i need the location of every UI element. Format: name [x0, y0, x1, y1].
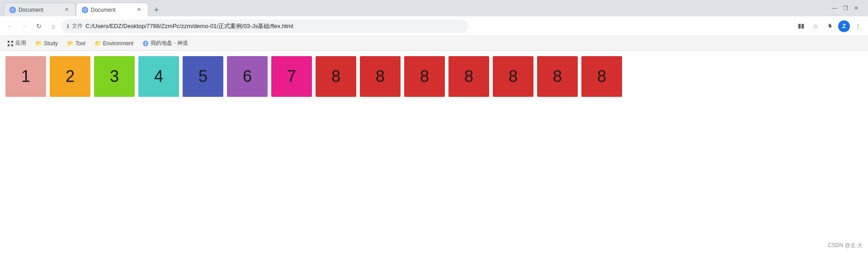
flex-item-5: 5	[183, 56, 223, 97]
tab-2-favicon	[82, 7, 88, 13]
tab-1-title: Document	[19, 7, 60, 13]
tab-1-close[interactable]: ✕	[63, 6, 70, 14]
flex-item-7: 7	[271, 56, 312, 97]
flex-item-11: 8	[448, 56, 489, 97]
tab-bar: Document ✕ Document ✕ +	[4, 0, 830, 16]
new-tab-button[interactable]: +	[150, 4, 163, 16]
flex-item-12: 8	[493, 56, 533, 97]
title-bar: Document ✕ Document ✕ + — ❐ ✕	[0, 0, 868, 16]
svg-rect-9	[11, 40, 13, 42]
svg-rect-10	[8, 44, 9, 46]
profile-icon[interactable]: Z	[838, 20, 850, 32]
flex-container: 12345678888888	[5, 56, 863, 97]
tab-2-close[interactable]: ✕	[135, 6, 142, 14]
svg-rect-8	[8, 40, 9, 42]
flex-item-1: 1	[5, 56, 46, 97]
back-button[interactable]: ←	[4, 20, 16, 33]
flex-item-6: 6	[227, 56, 268, 97]
bookmark-environment[interactable]: 📁 Environment	[91, 39, 137, 48]
page-content: 12345678888888 CSDN @左·大	[0, 51, 868, 253]
home-button[interactable]: ⌂	[47, 20, 60, 33]
svg-rect-6	[798, 24, 801, 29]
bookmark-myspace[interactable]: 我的地盘 - 神道	[139, 38, 192, 48]
flex-item-2: 2	[50, 56, 90, 97]
reader-mode-button[interactable]	[795, 20, 807, 33]
extension-button[interactable]	[824, 20, 836, 33]
window-controls: — ❐ ✕	[830, 4, 864, 13]
flex-item-4: 4	[138, 56, 179, 97]
bookmark-env-label: Environment	[103, 40, 133, 47]
menu-button[interactable]: ⋮	[852, 20, 864, 33]
tab-1-favicon	[9, 7, 16, 13]
svg-rect-7	[802, 24, 804, 29]
bookmark-tool[interactable]: 📁 Tool	[63, 39, 89, 48]
nav-bar: ← → ↻ ⌂ ℹ 文件 C:/Users/EDZ/Desktop/7788/Z…	[0, 16, 868, 36]
forward-button[interactable]: →	[18, 20, 31, 33]
browser-window: Document ✕ Document ✕ + — ❐ ✕ ← → ↻ ⌂ ℹ	[0, 0, 868, 253]
bookmark-apps-label: 应用	[15, 39, 26, 47]
nav-right: ☆ Z ⋮	[795, 20, 864, 33]
bookmark-apps[interactable]: 应用	[4, 38, 30, 48]
reload-button[interactable]: ↻	[33, 20, 45, 33]
address-text: C:/Users/EDZ/Desktop/7788/ZzmPc/zzm/demo…	[85, 22, 463, 30]
address-prefix: 文件	[72, 22, 83, 30]
tool-folder-icon: 📁	[67, 40, 74, 47]
flex-item-9: 8	[360, 56, 401, 97]
bookmark-study-label: Study	[44, 40, 58, 47]
bookmark-study[interactable]: 📁 Study	[32, 39, 61, 48]
close-button[interactable]: ✕	[852, 4, 861, 13]
minimize-button[interactable]: —	[830, 4, 839, 13]
maximize-button[interactable]: ❐	[841, 4, 850, 13]
env-folder-icon: 📁	[94, 40, 101, 47]
myspace-globe-icon	[142, 40, 149, 47]
flex-item-3: 3	[94, 56, 135, 97]
bookmark-myspace-label: 我的地盘 - 神道	[151, 39, 188, 47]
bookmarks-bar: 应用 📁 Study 📁 Tool 📁 Environment 我的地盘 - 神…	[0, 36, 868, 51]
file-icon: ℹ	[67, 23, 69, 29]
tab-1[interactable]: Document ✕	[4, 3, 76, 16]
flex-item-14: 8	[581, 56, 622, 97]
address-bar[interactable]: ℹ 文件 C:/Users/EDZ/Desktop/7788/ZzmPc/zzm…	[61, 19, 468, 33]
flex-item-10: 8	[404, 56, 445, 97]
study-folder-icon: 📁	[35, 40, 42, 47]
svg-rect-11	[11, 44, 13, 46]
page-watermark: CSDN @左·大	[828, 242, 863, 249]
bookmark-star-button[interactable]: ☆	[809, 20, 822, 33]
flex-item-8: 8	[316, 56, 356, 97]
apps-icon	[7, 40, 14, 47]
tab-2[interactable]: Document ✕	[76, 3, 148, 16]
tab-2-title: Document	[91, 7, 132, 13]
flex-item-13: 8	[537, 56, 578, 97]
bookmark-tool-label: Tool	[75, 40, 85, 47]
